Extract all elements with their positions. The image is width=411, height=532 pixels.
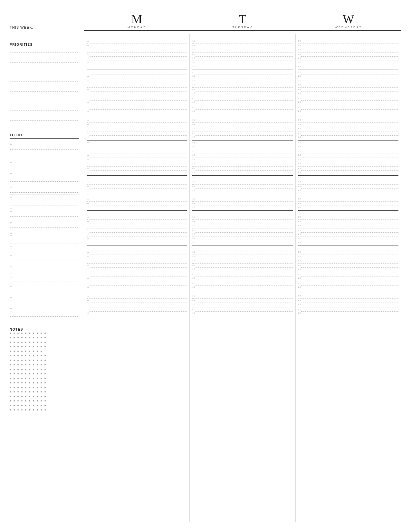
todo-line-15[interactable] <box>10 313 79 317</box>
entry-line[interactable] <box>90 71 187 74</box>
entry-line[interactable] <box>196 80 293 83</box>
entry-line[interactable] <box>90 132 187 136</box>
entry-line[interactable] <box>90 97 187 101</box>
entry-line[interactable] <box>301 185 398 189</box>
entry-line[interactable] <box>90 159 187 162</box>
entry-line[interactable] <box>196 185 293 189</box>
entry-line[interactable] <box>90 62 187 65</box>
entry-line[interactable] <box>90 264 187 268</box>
entry-line[interactable] <box>301 115 398 118</box>
entry-line[interactable] <box>196 237 293 241</box>
entry-line[interactable] <box>196 62 293 65</box>
entry-line[interactable] <box>90 202 187 206</box>
entry-line[interactable] <box>90 123 187 127</box>
entry-line[interactable] <box>196 44 293 48</box>
todo-line-11[interactable] <box>10 267 79 271</box>
todo-line-9[interactable] <box>10 240 79 244</box>
todo-line-12[interactable] <box>10 278 79 282</box>
entry-line[interactable] <box>196 299 293 303</box>
todo-line-13[interactable] <box>10 291 79 295</box>
entry-line[interactable] <box>196 106 293 110</box>
priority-line-1[interactable] <box>10 48 79 53</box>
entry-line[interactable] <box>90 167 187 171</box>
entry-line[interactable] <box>90 194 187 197</box>
entry-line[interactable] <box>301 44 398 48</box>
entry-line[interactable] <box>301 202 398 206</box>
entry-line[interactable] <box>90 237 187 241</box>
entry-line[interactable] <box>301 71 398 74</box>
priority-line-6[interactable] <box>10 96 79 101</box>
entry-line[interactable] <box>196 132 293 136</box>
entry-line[interactable] <box>301 141 398 145</box>
entry-line[interactable] <box>90 220 187 224</box>
entry-line[interactable] <box>196 256 293 259</box>
entry-line[interactable] <box>301 237 398 241</box>
entry-line[interactable] <box>301 256 398 259</box>
todo-line-14[interactable] <box>10 302 79 306</box>
entry-line[interactable] <box>301 167 398 171</box>
entry-line[interactable] <box>90 229 187 233</box>
entry-line[interactable] <box>90 282 187 285</box>
entry-line[interactable] <box>196 115 293 118</box>
entry-line[interactable] <box>301 264 398 268</box>
entry-line[interactable] <box>90 212 187 215</box>
entry-line[interactable] <box>301 132 398 136</box>
entry-line[interactable] <box>90 256 187 259</box>
priority-line-8[interactable] <box>10 115 79 121</box>
todo-line-2[interactable] <box>10 156 79 160</box>
entry-line[interactable] <box>301 212 398 215</box>
entry-line[interactable] <box>196 194 293 197</box>
entry-line[interactable] <box>196 53 293 57</box>
entry-line[interactable] <box>301 53 398 57</box>
entry-line[interactable] <box>196 282 293 285</box>
entry-line[interactable] <box>196 159 293 162</box>
todo-line[interactable] <box>10 146 79 150</box>
entry-line[interactable] <box>90 273 187 276</box>
entry-line[interactable] <box>90 308 187 312</box>
priority-line-7[interactable] <box>10 106 79 111</box>
todo-line-7[interactable] <box>10 213 79 217</box>
priority-line-4[interactable] <box>10 77 79 82</box>
entry-line[interactable] <box>301 88 398 92</box>
entry-line[interactable] <box>196 308 293 312</box>
entry-line[interactable] <box>196 229 293 233</box>
entry-line[interactable] <box>301 299 398 303</box>
entry-line[interactable] <box>196 141 293 145</box>
priority-line-2[interactable] <box>10 57 79 63</box>
entry-line[interactable] <box>90 88 187 92</box>
entry-line[interactable] <box>301 80 398 83</box>
entry-line[interactable] <box>90 36 187 39</box>
entry-line[interactable] <box>90 185 187 189</box>
todo-line-4[interactable] <box>10 178 79 182</box>
todo-line-5[interactable] <box>10 189 79 193</box>
entry-line[interactable] <box>90 177 187 180</box>
todo-line-6[interactable] <box>10 202 79 206</box>
entry-line[interactable] <box>196 36 293 39</box>
entry-line[interactable] <box>90 150 187 153</box>
entry-line[interactable] <box>301 291 398 294</box>
entry-line[interactable] <box>301 282 398 285</box>
entry-line[interactable] <box>301 247 398 250</box>
entry-line[interactable] <box>196 264 293 268</box>
entry-line[interactable] <box>196 150 293 153</box>
todo-line-3[interactable] <box>10 167 79 171</box>
priority-line-5[interactable] <box>10 86 79 92</box>
entry-line[interactable] <box>90 53 187 57</box>
entry-line[interactable] <box>301 159 398 162</box>
entry-line[interactable] <box>301 229 398 233</box>
entry-line[interactable] <box>301 123 398 127</box>
entry-line[interactable] <box>90 141 187 145</box>
entry-line[interactable] <box>196 212 293 215</box>
entry-line[interactable] <box>90 247 187 250</box>
entry-line[interactable] <box>196 97 293 101</box>
entry-line[interactable] <box>196 273 293 276</box>
entry-line[interactable] <box>301 97 398 101</box>
entry-line[interactable] <box>90 115 187 118</box>
entry-line[interactable] <box>90 299 187 303</box>
entry-line[interactable] <box>196 167 293 171</box>
entry-line[interactable] <box>90 80 187 83</box>
entry-line[interactable] <box>301 177 398 180</box>
todo-line-8[interactable] <box>10 224 79 227</box>
entry-line[interactable] <box>301 36 398 39</box>
entry-line[interactable] <box>196 202 293 206</box>
